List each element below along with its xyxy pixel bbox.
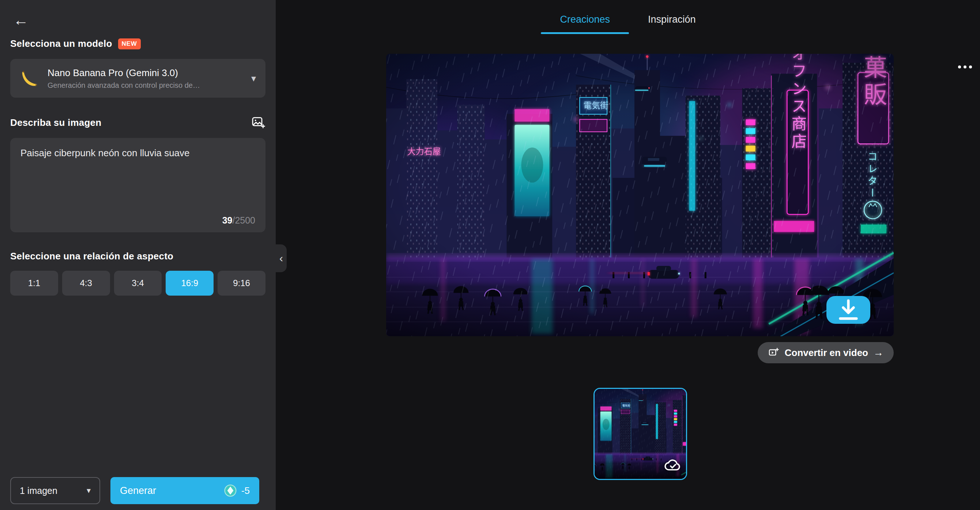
model-description: Generación avanzada con control preciso … (48, 81, 200, 90)
generated-image (386, 54, 894, 336)
char-max: /2500 (232, 215, 255, 225)
generate-button[interactable]: Generar -5 (110, 477, 259, 504)
generate-label: Generar (120, 485, 156, 496)
convert-label: Convertir en video (785, 347, 868, 359)
credits-gem-icon (223, 483, 238, 498)
char-counter: 39/2500 (222, 215, 255, 226)
cost-value: -5 (241, 485, 250, 496)
aspect-1-1[interactable]: 1:1 (10, 271, 58, 296)
more-options-icon[interactable] (956, 64, 974, 71)
model-selector[interactable]: Nano Banana Pro (Gemini 3.0) Generación … (10, 59, 266, 98)
chevron-down-icon: ▾ (87, 486, 91, 496)
image-count-select[interactable]: 1 imagen ▾ (10, 477, 100, 504)
tab-creations[interactable]: Creaciones (541, 9, 629, 34)
aspect-ratio-group: 1:1 4:3 3:4 16:9 9:16 (10, 271, 266, 296)
aspect-16-9[interactable]: 16:9 (165, 271, 213, 296)
model-name: Nano Banana Pro (Gemini 3.0) (48, 67, 200, 79)
model-section-label: Selecciona un modelo NEW (10, 38, 266, 49)
cloud-synced-icon (663, 456, 682, 476)
main-tabs: Creaciones Inspiración (276, 9, 980, 34)
credit-cost: -5 (223, 483, 250, 498)
arrow-right-icon: → (873, 347, 883, 359)
cyberpunk-city-artwork (386, 54, 894, 336)
download-icon (826, 296, 870, 324)
image-count-value: 1 imagen (20, 486, 57, 496)
video-convert-icon (768, 347, 780, 359)
banana-icon (20, 69, 40, 88)
download-button[interactable] (826, 296, 870, 324)
prompt-input[interactable]: Paisaje ciberpunk neón con lluvia suave (10, 138, 266, 211)
sidebar-collapse-handle[interactable]: ‹ (276, 244, 287, 272)
add-image-icon[interactable] (251, 115, 266, 130)
prompt-label: Describa su imagen (10, 117, 101, 128)
aspect-ratio-label: Seleccione una relación de aspecto (10, 250, 266, 262)
model-label-text: Selecciona un modelo (10, 38, 112, 49)
new-badge: NEW (118, 38, 141, 49)
back-arrow-icon[interactable]: ← (13, 13, 31, 28)
char-count: 39 (222, 215, 232, 225)
prompt-box: Paisaje ciberpunk neón con lluvia suave … (10, 138, 266, 232)
tab-inspiration[interactable]: Inspiración (629, 9, 715, 34)
convert-to-video-button[interactable]: Convertir en video → (758, 342, 894, 363)
aspect-4-3[interactable]: 4:3 (62, 271, 110, 296)
sidebar-footer: 1 imagen ▾ Generar -5 (10, 477, 266, 504)
aspect-9-16[interactable]: 9:16 (218, 271, 266, 296)
generation-sidebar: ← Selecciona un modelo NEW Nano Banana P… (0, 0, 276, 510)
creation-thumbnail-selected[interactable] (593, 388, 687, 480)
chevron-down-icon: ▾ (251, 73, 256, 84)
aspect-3-4[interactable]: 3:4 (114, 271, 162, 296)
